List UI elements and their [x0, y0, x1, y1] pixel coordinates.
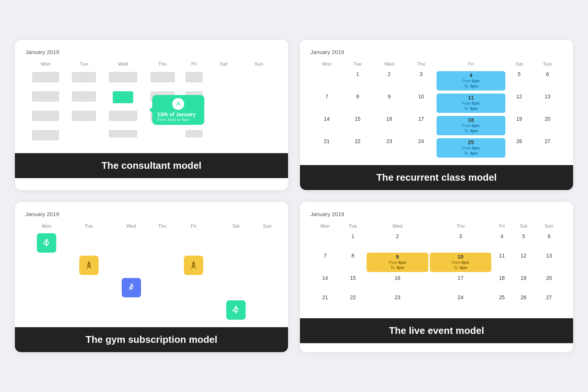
table-cell: 20 [536, 274, 563, 293]
col-sun: Sun [240, 60, 278, 70]
live-card: January 2019 Mon Tue Wed Thu Fri Sat Sun [300, 202, 573, 352]
table-cell [257, 254, 278, 276]
gym-block-yoga2 [226, 300, 246, 320]
svg-point-0 [177, 102, 179, 104]
table-cell: 15 [343, 114, 372, 137]
table-cell: 24 [429, 293, 492, 312]
table-cell [207, 128, 240, 147]
table-cell [240, 108, 278, 128]
table-cell [172, 299, 215, 321]
col-tue: Tue [66, 60, 102, 70]
table-cell: 6 [536, 232, 563, 251]
col-sat: Sat [512, 222, 536, 232]
table-cell-event: 9 From 6pmTo 9pm [366, 251, 429, 274]
tooltip-time: From 6pm to 9pm [157, 117, 199, 122]
table-cell [110, 276, 153, 299]
table-cell [68, 254, 110, 276]
table-cell [110, 254, 153, 276]
table-cell [25, 299, 68, 321]
table-cell: 6 [532, 70, 563, 92]
table-cell [172, 276, 215, 299]
recurrent-label: The recurrent class model [300, 165, 573, 190]
table-row [25, 299, 278, 321]
gym-month: January 2019 [25, 211, 278, 217]
table-cell [25, 232, 68, 254]
table-cell [181, 128, 207, 147]
consultant-card: January 2019 Mon Tue Wed Thu Fri Sat Sun [15, 40, 288, 190]
table-cell: 13 [536, 251, 563, 274]
table-cell: 2 [372, 70, 406, 92]
table-cell [240, 128, 278, 147]
table-cell [207, 108, 240, 128]
table-row [25, 232, 278, 254]
table-cell: 9 [372, 92, 406, 114]
col-sat: Sat [207, 60, 240, 70]
gym-label: The gym subscription model [15, 327, 288, 352]
svg-point-6 [235, 306, 237, 308]
table-cell [25, 276, 68, 299]
table-cell [102, 128, 144, 147]
consultant-calendar: January 2019 Mon Tue Wed Thu Fri Sat Sun [15, 40, 288, 153]
table-row: 7 8 9 From 6pmTo 9pm 10 From 6pmTo 9pm [310, 251, 563, 274]
table-row [25, 254, 278, 276]
table-cell: 26 [506, 137, 533, 159]
col-mon: Mon [310, 222, 340, 232]
table-cell: 4 [492, 232, 512, 251]
table-row: 13th of January From 6pm to 9pm [25, 89, 278, 108]
svg-point-5 [131, 284, 132, 285]
table-cell: 13 [532, 92, 563, 114]
table-cell [215, 299, 257, 321]
table-cell [152, 276, 172, 299]
table-cell: 12 [506, 92, 533, 114]
table-cell: 27 [532, 137, 563, 159]
table-cell [152, 254, 172, 276]
table-row: 14 15 16 17 18 From 6pmTo 9pm 19 20 [310, 114, 563, 137]
consultant-month: January 2019 [25, 49, 278, 55]
table-row: 21 22 23 24 25 26 27 [310, 293, 563, 312]
table-cell [215, 276, 257, 299]
table-row [25, 276, 278, 299]
live-label: The live event model [300, 318, 573, 343]
table-cell: 2 [366, 232, 429, 251]
table-cell [25, 128, 66, 147]
table-cell: 24 [406, 137, 436, 159]
table-cell [25, 70, 66, 89]
table-cell [144, 128, 180, 147]
table-cell: 10 [406, 92, 436, 114]
table-cell [102, 70, 144, 89]
table-cell [257, 299, 278, 321]
col-wed: Wed [366, 222, 429, 232]
table-cell: 27 [536, 293, 563, 312]
table-cell: 21 [310, 137, 343, 159]
table-cell [240, 70, 278, 89]
recurrent-table: Mon Tue Wed Thu Fri Sat Sun 1 2 [310, 60, 563, 159]
table-cell: 22 [343, 137, 372, 159]
table-cell: 14 [310, 274, 340, 293]
gym-block-stretch2 [184, 256, 203, 275]
gym-block-yoga [37, 233, 56, 253]
consultant-table: Mon Tue Wed Thu Fri Sat Sun [25, 60, 278, 147]
col-wed: Wed [110, 222, 153, 232]
tooltip-date: 13th of January [157, 111, 199, 117]
table-cell: 1 [340, 232, 366, 251]
table-cell: 19 [506, 114, 533, 137]
table-cell [207, 89, 240, 108]
table-row: 1 2 3 4 5 6 [310, 232, 563, 251]
col-fri: Fri [172, 222, 215, 232]
table-cell [207, 70, 240, 89]
table-cell: 22 [340, 293, 366, 312]
table-cell [68, 276, 110, 299]
table-cell: 18 [492, 274, 512, 293]
col-fri: Fri [492, 222, 512, 232]
table-cell: 23 [366, 293, 429, 312]
gym-table: Mon Tue Wed Thu Fri Sat Sun [25, 222, 278, 321]
table-cell: 15 [340, 274, 366, 293]
table-cell: 5 [506, 70, 533, 92]
recurrent-calendar: January 2019 Mon Tue Wed Thu Fri Sat Sun [300, 40, 573, 165]
table-cell [181, 70, 207, 89]
table-cell [215, 254, 257, 276]
table-cell: 8 [340, 251, 366, 274]
table-cell: 7 [310, 92, 343, 114]
table-cell: 13th of January From 6pm to 9pm [144, 89, 180, 108]
table-cell: 8 [343, 92, 372, 114]
